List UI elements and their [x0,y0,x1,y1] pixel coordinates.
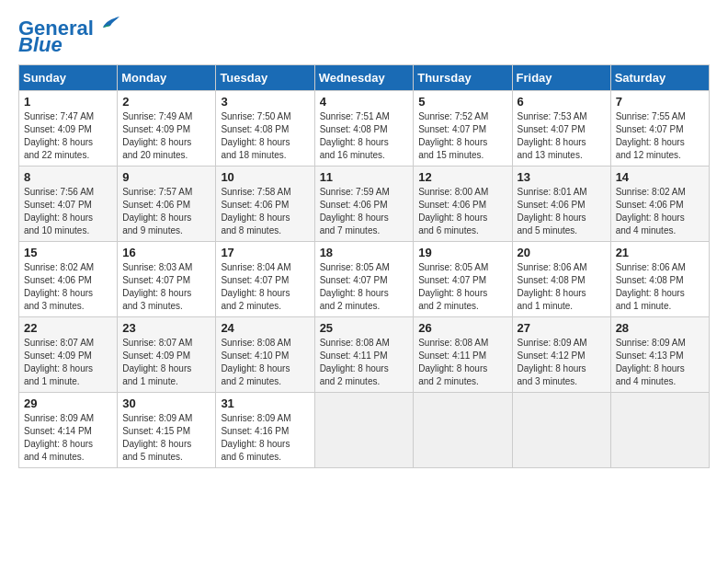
day-number: 3 [221,95,309,109]
logo-text-blue: Blue [18,35,63,55]
calendar-header-row: SundayMondayTuesdayWednesdayThursdayFrid… [19,65,710,91]
calendar-day-cell: 4Sunrise: 7:51 AM Sunset: 4:08 PM Daylig… [314,91,414,167]
calendar-day-cell: 22Sunrise: 8:07 AM Sunset: 4:09 PM Dayli… [19,317,118,393]
day-number: 25 [320,321,409,335]
day-info: Sunrise: 7:51 AM Sunset: 4:08 PM Dayligh… [320,110,409,162]
calendar-day-cell: 10Sunrise: 7:58 AM Sunset: 4:06 PM Dayli… [216,167,314,242]
calendar-day-cell: 13Sunrise: 8:01 AM Sunset: 4:06 PM Dayli… [512,167,610,242]
calendar-day-cell: 6Sunrise: 7:53 AM Sunset: 4:07 PM Daylig… [512,91,610,167]
day-number: 17 [221,246,309,259]
day-info: Sunrise: 8:02 AM Sunset: 4:06 PM Dayligh… [616,186,704,237]
day-info: Sunrise: 8:09 AM Sunset: 4:15 PM Dayligh… [122,412,210,464]
day-info: Sunrise: 8:09 AM Sunset: 4:13 PM Dayligh… [616,337,704,388]
day-number: 23 [122,321,210,335]
calendar-day-cell [314,393,414,468]
calendar-day-cell: 2Sunrise: 7:49 AM Sunset: 4:09 PM Daylig… [118,91,216,167]
day-info: Sunrise: 7:57 AM Sunset: 4:06 PM Dayligh… [122,186,210,237]
calendar-day-cell [414,393,512,468]
calendar-day-cell: 14Sunrise: 8:02 AM Sunset: 4:06 PM Dayli… [610,167,709,242]
day-number: 15 [24,246,112,259]
calendar-day-cell: 5Sunrise: 7:52 AM Sunset: 4:07 PM Daylig… [414,91,512,167]
day-info: Sunrise: 8:06 AM Sunset: 4:08 PM Dayligh… [518,261,606,313]
calendar-day-cell: 11Sunrise: 7:59 AM Sunset: 4:06 PM Dayli… [314,167,414,242]
day-number: 6 [518,95,606,109]
day-info: Sunrise: 8:07 AM Sunset: 4:09 PM Dayligh… [24,337,112,388]
logo: General Blue [18,18,121,55]
calendar-day-cell: 12Sunrise: 8:00 AM Sunset: 4:06 PM Dayli… [414,167,512,242]
day-info: Sunrise: 8:05 AM Sunset: 4:07 PM Dayligh… [320,261,409,313]
weekday-header: Monday [118,65,216,91]
day-info: Sunrise: 8:05 AM Sunset: 4:07 PM Dayligh… [418,261,506,313]
calendar-day-cell: 1Sunrise: 7:47 AM Sunset: 4:09 PM Daylig… [19,91,118,167]
calendar-day-cell: 15Sunrise: 8:02 AM Sunset: 4:06 PM Dayli… [19,242,118,317]
calendar-day-cell: 27Sunrise: 8:09 AM Sunset: 4:12 PM Dayli… [512,317,610,393]
weekday-header: Saturday [610,65,709,91]
calendar-week-row: 22Sunrise: 8:07 AM Sunset: 4:09 PM Dayli… [19,317,710,393]
day-number: 22 [24,321,112,335]
calendar-week-row: 29Sunrise: 8:09 AM Sunset: 4:14 PM Dayli… [19,393,710,468]
calendar-day-cell: 8Sunrise: 7:56 AM Sunset: 4:07 PM Daylig… [19,167,118,242]
page-header: General Blue [18,18,710,55]
day-number: 5 [418,95,506,109]
calendar-week-row: 8Sunrise: 7:56 AM Sunset: 4:07 PM Daylig… [19,167,710,242]
day-info: Sunrise: 8:01 AM Sunset: 4:06 PM Dayligh… [518,186,606,237]
day-number: 27 [518,321,606,335]
day-info: Sunrise: 8:09 AM Sunset: 4:12 PM Dayligh… [518,337,606,388]
day-number: 16 [122,246,210,259]
day-info: Sunrise: 8:04 AM Sunset: 4:07 PM Dayligh… [221,261,309,313]
day-info: Sunrise: 8:03 AM Sunset: 4:07 PM Dayligh… [122,261,210,313]
calendar-day-cell: 31Sunrise: 8:09 AM Sunset: 4:16 PM Dayli… [216,393,314,468]
calendar-day-cell: 24Sunrise: 8:08 AM Sunset: 4:10 PM Dayli… [216,317,314,393]
day-number: 12 [418,170,506,184]
calendar-day-cell: 28Sunrise: 8:09 AM Sunset: 4:13 PM Dayli… [610,317,709,393]
day-number: 29 [24,396,112,410]
day-number: 1 [24,95,112,109]
day-number: 21 [616,246,704,259]
calendar-day-cell: 25Sunrise: 8:08 AM Sunset: 4:11 PM Dayli… [314,317,414,393]
calendar-table: SundayMondayTuesdayWednesdayThursdayFrid… [18,64,710,468]
day-info: Sunrise: 8:08 AM Sunset: 4:11 PM Dayligh… [320,337,409,388]
calendar-day-cell: 16Sunrise: 8:03 AM Sunset: 4:07 PM Dayli… [118,242,216,317]
calendar-week-row: 15Sunrise: 8:02 AM Sunset: 4:06 PM Dayli… [19,242,710,317]
calendar-day-cell: 21Sunrise: 8:06 AM Sunset: 4:08 PM Dayli… [610,242,709,317]
calendar-day-cell: 20Sunrise: 8:06 AM Sunset: 4:08 PM Dayli… [512,242,610,317]
calendar-day-cell: 29Sunrise: 8:09 AM Sunset: 4:14 PM Dayli… [19,393,118,468]
day-number: 24 [221,321,309,335]
day-number: 28 [616,321,704,335]
day-info: Sunrise: 7:52 AM Sunset: 4:07 PM Dayligh… [418,110,506,162]
day-number: 4 [320,95,409,109]
day-info: Sunrise: 8:09 AM Sunset: 4:16 PM Dayligh… [221,412,309,464]
calendar-day-cell: 7Sunrise: 7:55 AM Sunset: 4:07 PM Daylig… [610,91,709,167]
day-info: Sunrise: 7:55 AM Sunset: 4:07 PM Dayligh… [616,110,704,162]
logo-bird-icon [96,15,121,35]
day-number: 8 [24,170,112,184]
day-info: Sunrise: 7:53 AM Sunset: 4:07 PM Dayligh… [518,110,606,162]
calendar-day-cell: 17Sunrise: 8:04 AM Sunset: 4:07 PM Dayli… [216,242,314,317]
day-info: Sunrise: 7:50 AM Sunset: 4:08 PM Dayligh… [221,110,309,162]
day-number: 11 [320,170,409,184]
day-number: 30 [122,396,210,410]
day-info: Sunrise: 8:08 AM Sunset: 4:11 PM Dayligh… [418,337,506,388]
calendar-day-cell [610,393,709,468]
calendar-day-cell: 3Sunrise: 7:50 AM Sunset: 4:08 PM Daylig… [216,91,314,167]
weekday-header: Wednesday [314,65,414,91]
day-info: Sunrise: 7:56 AM Sunset: 4:07 PM Dayligh… [24,186,112,237]
weekday-header: Friday [512,65,610,91]
day-info: Sunrise: 7:59 AM Sunset: 4:06 PM Dayligh… [320,186,409,237]
day-info: Sunrise: 7:58 AM Sunset: 4:06 PM Dayligh… [221,186,309,237]
day-number: 18 [320,246,409,259]
day-info: Sunrise: 8:02 AM Sunset: 4:06 PM Dayligh… [24,261,112,313]
calendar-day-cell: 9Sunrise: 7:57 AM Sunset: 4:06 PM Daylig… [118,167,216,242]
calendar-day-cell [512,393,610,468]
day-info: Sunrise: 7:49 AM Sunset: 4:09 PM Dayligh… [122,110,210,162]
day-number: 7 [616,95,704,109]
day-number: 14 [616,170,704,184]
day-number: 31 [221,396,309,410]
day-number: 26 [418,321,506,335]
calendar-week-row: 1Sunrise: 7:47 AM Sunset: 4:09 PM Daylig… [19,91,710,167]
day-info: Sunrise: 8:00 AM Sunset: 4:06 PM Dayligh… [418,186,506,237]
day-number: 2 [122,95,210,109]
calendar-day-cell: 30Sunrise: 8:09 AM Sunset: 4:15 PM Dayli… [118,393,216,468]
calendar-day-cell: 18Sunrise: 8:05 AM Sunset: 4:07 PM Dayli… [314,242,414,317]
weekday-header: Thursday [414,65,512,91]
